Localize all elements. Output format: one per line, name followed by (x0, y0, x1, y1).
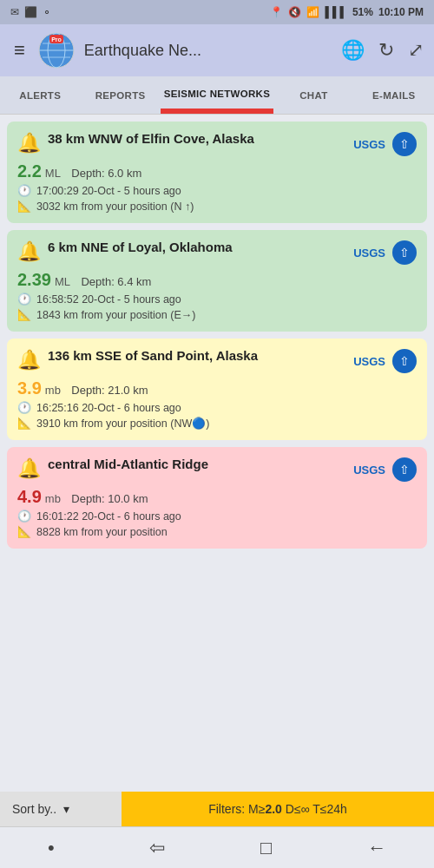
eq-card-3-distance-row: 📐 3910 km from your position (NW🔵) (17, 417, 417, 430)
eq-card-3-distance: 3910 km from your position (NW🔵) (36, 417, 209, 430)
eq-card-2-mag-unit: ML (55, 275, 70, 288)
tab-alerts-label: ALERTS (19, 90, 61, 101)
eq-card-1-depth: Depth: 6.0 km (71, 167, 141, 180)
eq-card-2-title: 6 km NNE of Loyal, Oklahoma (48, 239, 233, 256)
eq-card-1-time: 17:00:29 20-Oct - 5 hours ago (36, 185, 181, 197)
eq-card-3-time-row: 🕐 16:25:16 20-Oct - 6 hours ago (17, 401, 417, 414)
eq-card-2-depth: Depth: 6.4 km (81, 275, 151, 288)
eq-card-4-depth: Depth: 10.0 km (71, 492, 148, 505)
eq-card-4-distance: 8828 km from your position (36, 526, 168, 538)
eq-card-4-details: 4.9mb Depth: 10.0 km 🕐 16:01:22 20-Oct -… (17, 487, 417, 538)
tab-chat-label: CHAT (299, 90, 327, 101)
compass-icon-1: 📐 (17, 200, 31, 213)
eq-card-2-details: 2.39ML Depth: 6.4 km 🕐 16:58:52 20-Oct -… (17, 270, 417, 321)
tab-emails[interactable]: E-MAILS (354, 76, 434, 114)
filter-display[interactable]: Filters: M≥2.0 D≤∞ T≤24h (122, 792, 434, 826)
tab-reports-label: REPORTS (95, 90, 146, 101)
battery-level: 51% (352, 6, 373, 18)
eq-card-4-title-row: 🔔 central Mid-Atlantic Ridge (17, 456, 346, 480)
mute-icon: 🔇 (288, 6, 301, 18)
eq-card-4-time: 16:01:22 20-Oct - 6 hours ago (36, 510, 181, 523)
app-header: ≡ Pro Earthquake Ne... 🌐 ↻ ⤢ (0, 24, 434, 76)
warning-icon-4: 🔔 (17, 457, 41, 480)
tab-alerts[interactable]: ALERTS (0, 76, 80, 114)
home-icon[interactable]: • (41, 830, 62, 866)
app-logo: Pro (37, 31, 76, 69)
usgs-link-2[interactable]: USGS (353, 247, 385, 260)
warning-icon-2: 🔔 (17, 240, 41, 263)
eq-card-1-title: 38 km WNW of Elfin Cove, Alaska (48, 130, 254, 148)
clock-icon-2: 🕐 (17, 293, 31, 306)
menu-button[interactable]: ≡ (10, 36, 29, 65)
eq-card-2-actions: USGS ⇧ (353, 240, 417, 265)
eq-card-1-actions: USGS ⇧ (353, 132, 417, 156)
status-bar: ✉ ⬛ ⚬ 📍 🔇 📶 ▌▌▌ 51% 10:10 PM (0, 0, 434, 24)
clock-icon-4: 🕐 (17, 510, 31, 523)
sort-dropdown-icon: ▾ (63, 802, 69, 816)
signal-bars-icon: ▌▌▌ (325, 6, 347, 18)
filter-text: Filters: M≥2.0 D≤∞ T≤24h (208, 802, 347, 816)
location-icon: 📍 (270, 6, 283, 18)
usgs-link-1[interactable]: USGS (353, 138, 385, 151)
eq-card-4-distance-row: 📐 8828 km from your position (17, 525, 417, 538)
share-button-1[interactable]: ⇧ (392, 132, 417, 156)
eq-card-3-header: 🔔 136 km SSE of Sand Point, Alaska USGS … (17, 347, 417, 373)
usgs-link-4[interactable]: USGS (353, 464, 385, 477)
eq-card-4-time-row: 🕐 16:01:22 20-Oct - 6 hours ago (17, 510, 417, 523)
eq-card-3-actions: USGS ⇧ (353, 349, 417, 373)
eq-card-2-title-row: 🔔 6 km NNE of Loyal, Oklahoma (17, 239, 346, 263)
eq-card-1-details: 2.2ML Depth: 6.0 km 🕐 17:00:29 20-Oct - … (17, 161, 417, 213)
share-button-3[interactable]: ⇧ (392, 349, 417, 373)
back-icon[interactable]: ← (360, 830, 393, 866)
eq-card-4-magnitude: 4.9mb (17, 487, 61, 506)
clock-time: 10:10 PM (378, 6, 424, 18)
tab-bar: ALERTS REPORTS SEISMIC NETWORKS CHAT E-M… (0, 76, 434, 115)
tab-chat[interactable]: CHAT (273, 76, 353, 114)
compass-icon-2: 📐 (17, 308, 31, 321)
back-history-icon[interactable]: ⇦ (142, 830, 172, 866)
eq-card-3-details: 3.9mb Depth: 21.0 km 🕐 16:25:16 20-Oct -… (17, 378, 417, 430)
eq-card-2-time-row: 🕐 16:58:52 20-Oct - 5 hours ago (17, 293, 417, 306)
overview-icon[interactable]: □ (253, 830, 279, 866)
share-button-2[interactable]: ⇧ (392, 240, 417, 265)
mail-icon: ✉ (10, 6, 19, 18)
sort-button[interactable]: Sort by.. ▾ (0, 792, 122, 826)
wifi-icon: ⬛ (24, 6, 37, 18)
clock-icon-3: 🕐 (17, 401, 31, 414)
earthquake-card-2: 🔔 6 km NNE of Loyal, Oklahoma USGS ⇧ 2.3… (7, 230, 427, 332)
usgs-link-3[interactable]: USGS (353, 355, 385, 368)
share-button-4[interactable]: ⇧ (392, 457, 417, 482)
eq-card-1-time-row: 🕐 17:00:29 20-Oct - 5 hours ago (17, 184, 417, 197)
eq-card-3-title: 136 km SSE of Sand Point, Alaska (48, 347, 258, 365)
dot-icon: ⚬ (43, 6, 51, 18)
eq-card-1-header: 🔔 38 km WNW of Elfin Cove, Alaska USGS ⇧ (17, 130, 417, 156)
eq-card-3-title-row: 🔔 136 km SSE of Sand Point, Alaska (17, 347, 346, 372)
globe-button[interactable]: 🌐 (341, 39, 365, 62)
eq-card-1-mag-unit: ML (45, 167, 61, 180)
filter-magnitude: 2.0 (265, 802, 281, 816)
wifi-signal-icon: 📶 (306, 6, 319, 18)
eq-card-4-mag-row: 4.9mb Depth: 10.0 km (17, 487, 417, 507)
eq-card-3-depth: Depth: 21.0 km (71, 384, 148, 397)
eq-card-1-distance: 3032 km from your position (N ↑) (36, 201, 194, 213)
warning-icon-3: 🔔 (17, 349, 41, 372)
tab-seismic-networks[interactable]: SEISMIC NETWORKS (161, 76, 273, 114)
app-title: Earthquake Ne... (84, 42, 332, 60)
earthquake-card-1: 🔔 38 km WNW of Elfin Cove, Alaska USGS ⇧… (7, 122, 427, 223)
status-right-info: 📍 🔇 📶 ▌▌▌ 51% 10:10 PM (270, 6, 424, 18)
eq-card-2-distance-row: 📐 1843 km from your position (E→) (17, 308, 417, 321)
earthquake-list: 🔔 38 km WNW of Elfin Cove, Alaska USGS ⇧… (0, 115, 434, 642)
tab-seismic-networks-label: SEISMIC NETWORKS (164, 89, 270, 99)
warning-icon-1: 🔔 (17, 132, 41, 155)
eq-card-2-time: 16:58:52 20-Oct - 5 hours ago (36, 293, 181, 306)
eq-card-4-header: 🔔 central Mid-Atlantic Ridge USGS ⇧ (17, 456, 417, 482)
expand-button[interactable]: ⤢ (408, 39, 424, 62)
tab-emails-label: E-MAILS (372, 90, 415, 101)
eq-card-1-magnitude: 2.2ML (17, 161, 61, 181)
refresh-button[interactable]: ↻ (378, 39, 394, 62)
eq-card-1-distance-row: 📐 3032 km from your position (N ↑) (17, 200, 417, 213)
sort-label: Sort by.. (12, 802, 56, 816)
clock-icon-1: 🕐 (17, 184, 31, 197)
tab-reports[interactable]: REPORTS (80, 76, 160, 114)
earthquake-card-4: 🔔 central Mid-Atlantic Ridge USGS ⇧ 4.9m… (7, 447, 427, 549)
